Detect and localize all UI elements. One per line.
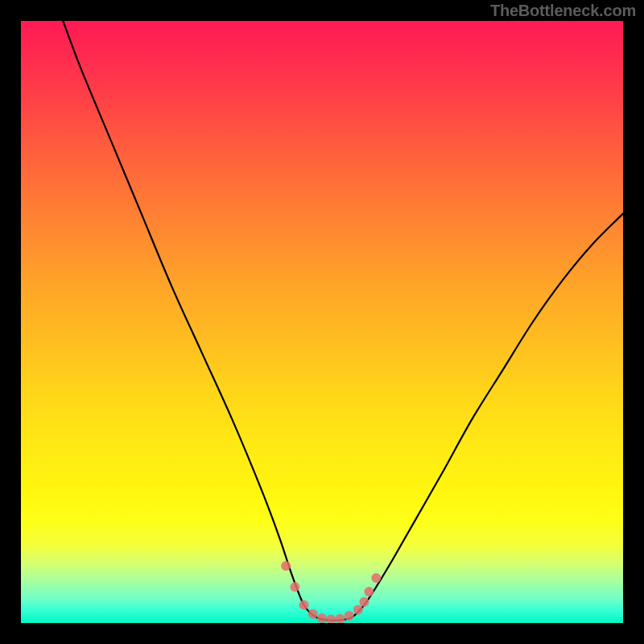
chart-curve-svg <box>21 21 623 623</box>
highlight-dot <box>364 587 374 597</box>
highlight-dot <box>353 605 363 615</box>
highlight-dot <box>299 601 309 610</box>
highlight-dots <box>281 561 381 623</box>
highlight-dot <box>308 609 318 619</box>
chart-frame: TheBottleneck.com <box>0 0 644 644</box>
highlight-dot <box>359 597 369 607</box>
highlight-dot <box>326 615 336 623</box>
highlight-dot <box>281 561 291 571</box>
highlight-dot <box>317 613 327 623</box>
bottleneck-curve <box>63 21 623 621</box>
highlight-dot <box>290 582 299 592</box>
highlight-dot <box>335 614 345 623</box>
watermark-text: TheBottleneck.com <box>490 2 636 20</box>
highlight-dot <box>371 573 381 583</box>
chart-plot-area <box>21 21 623 623</box>
highlight-dot <box>345 611 354 621</box>
